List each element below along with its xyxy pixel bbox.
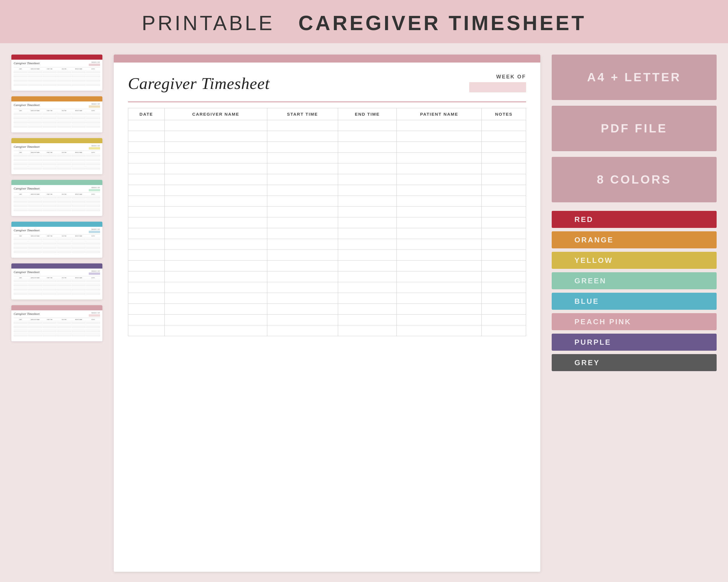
table-cell[interactable] (482, 217, 526, 228)
table-cell[interactable] (338, 250, 397, 260)
table-cell[interactable] (164, 228, 267, 239)
table-cell[interactable] (482, 250, 526, 260)
table-cell[interactable] (397, 260, 482, 271)
table-cell[interactable] (482, 271, 526, 282)
table-cell[interactable] (164, 153, 267, 163)
table-cell[interactable] (128, 131, 165, 142)
table-cell[interactable] (267, 206, 338, 217)
table-cell[interactable] (164, 217, 267, 228)
table-cell[interactable] (164, 120, 267, 131)
table-cell[interactable] (164, 142, 267, 153)
table-cell[interactable] (397, 228, 482, 239)
table-cell[interactable] (338, 206, 397, 217)
table-cell[interactable] (128, 271, 165, 282)
table-cell[interactable] (267, 228, 338, 239)
table-cell[interactable] (164, 304, 267, 314)
table-cell[interactable] (397, 314, 482, 325)
table-cell[interactable] (397, 206, 482, 217)
table-cell[interactable] (128, 325, 165, 336)
table-cell[interactable] (267, 304, 338, 314)
table-cell[interactable] (128, 163, 165, 174)
table-cell[interactable] (338, 153, 397, 163)
table-cell[interactable] (397, 196, 482, 206)
table-cell[interactable] (267, 217, 338, 228)
table-cell[interactable] (397, 239, 482, 250)
table-cell[interactable] (482, 206, 526, 217)
table-cell[interactable] (397, 271, 482, 282)
table-cell[interactable] (267, 314, 338, 325)
table-cell[interactable] (338, 293, 397, 304)
table-cell[interactable] (164, 174, 267, 185)
table-cell[interactable] (267, 142, 338, 153)
table-cell[interactable] (482, 196, 526, 206)
table-cell[interactable] (482, 260, 526, 271)
table-cell[interactable] (338, 304, 397, 314)
table-cell[interactable] (482, 131, 526, 142)
table-cell[interactable] (164, 282, 267, 293)
table-cell[interactable] (397, 131, 482, 142)
table-cell[interactable] (128, 314, 165, 325)
table-cell[interactable] (267, 163, 338, 174)
table-cell[interactable] (482, 174, 526, 185)
table-cell[interactable] (338, 196, 397, 206)
table-cell[interactable] (267, 282, 338, 293)
table-cell[interactable] (397, 153, 482, 163)
table-cell[interactable] (128, 185, 165, 196)
table-cell[interactable] (338, 185, 397, 196)
table-cell[interactable] (482, 185, 526, 196)
table-cell[interactable] (338, 217, 397, 228)
table-cell[interactable] (267, 131, 338, 142)
week-of-input-box[interactable] (469, 82, 526, 92)
table-cell[interactable] (482, 282, 526, 293)
table-cell[interactable] (338, 228, 397, 239)
table-cell[interactable] (267, 271, 338, 282)
table-cell[interactable] (338, 282, 397, 293)
table-cell[interactable] (338, 120, 397, 131)
table-cell[interactable] (482, 163, 526, 174)
table-cell[interactable] (267, 174, 338, 185)
table-cell[interactable] (164, 271, 267, 282)
table-cell[interactable] (397, 282, 482, 293)
table-cell[interactable] (482, 239, 526, 250)
table-cell[interactable] (397, 142, 482, 153)
table-cell[interactable] (128, 282, 165, 293)
table-cell[interactable] (128, 206, 165, 217)
table-cell[interactable] (128, 293, 165, 304)
table-cell[interactable] (267, 250, 338, 260)
table-cell[interactable] (128, 228, 165, 239)
table-cell[interactable] (397, 120, 482, 131)
table-cell[interactable] (482, 325, 526, 336)
table-cell[interactable] (338, 174, 397, 185)
table-cell[interactable] (128, 153, 165, 163)
table-cell[interactable] (128, 217, 165, 228)
table-cell[interactable] (482, 314, 526, 325)
table-cell[interactable] (128, 196, 165, 206)
table-cell[interactable] (164, 196, 267, 206)
table-cell[interactable] (397, 217, 482, 228)
table-cell[interactable] (338, 239, 397, 250)
table-cell[interactable] (128, 260, 165, 271)
table-cell[interactable] (482, 142, 526, 153)
table-cell[interactable] (128, 250, 165, 260)
table-cell[interactable] (338, 314, 397, 325)
table-cell[interactable] (338, 260, 397, 271)
table-cell[interactable] (164, 131, 267, 142)
table-cell[interactable] (164, 325, 267, 336)
table-cell[interactable] (482, 153, 526, 163)
table-cell[interactable] (128, 120, 165, 131)
table-cell[interactable] (267, 260, 338, 271)
table-cell[interactable] (482, 228, 526, 239)
table-cell[interactable] (267, 153, 338, 163)
table-cell[interactable] (267, 120, 338, 131)
table-cell[interactable] (397, 185, 482, 196)
table-cell[interactable] (482, 304, 526, 314)
table-cell[interactable] (338, 163, 397, 174)
table-cell[interactable] (338, 271, 397, 282)
table-cell[interactable] (338, 325, 397, 336)
table-cell[interactable] (128, 174, 165, 185)
table-cell[interactable] (164, 250, 267, 260)
table-cell[interactable] (338, 131, 397, 142)
table-cell[interactable] (267, 293, 338, 304)
table-cell[interactable] (397, 325, 482, 336)
table-cell[interactable] (164, 293, 267, 304)
